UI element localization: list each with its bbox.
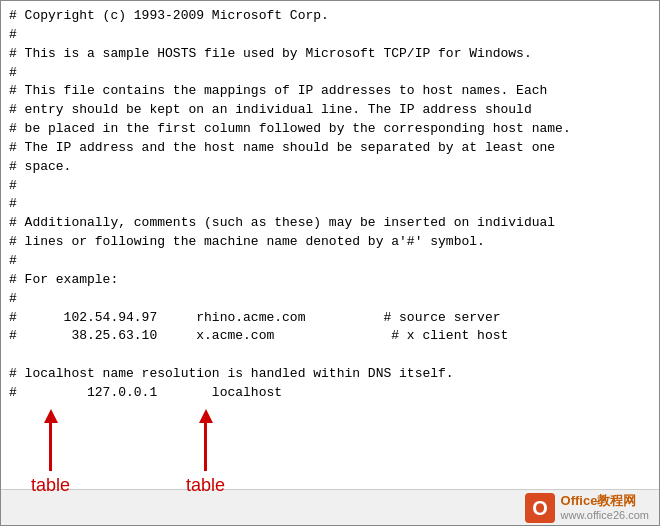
arrow-shaft-left [49,423,52,471]
code-content: # Copyright (c) 1993-2009 Microsoft Corp… [9,7,651,405]
office-text-block: Office教程网 www.office26.com [561,493,649,522]
arrow-group-right: table [186,409,225,496]
office-icon: O [525,493,555,523]
office-site-url: www.office26.com [561,509,649,522]
arrow-label-left: table [31,475,70,496]
code-display: # Copyright (c) 1993-2009 Microsoft Corp… [1,1,659,405]
main-window: # Copyright (c) 1993-2009 Microsoft Corp… [0,0,660,526]
office-site-name: Office教程网 [561,493,649,509]
arrow-head-right [199,409,213,423]
office-branding: O Office教程网 www.office26.com [525,493,649,523]
bottom-bar: O Office教程网 www.office26.com [1,489,659,525]
arrow-shaft-right [204,423,207,471]
arrow-section: table table [1,409,659,489]
arrow-label-right: table [186,475,225,496]
svg-text:O: O [532,497,548,519]
arrow-group-left: table [31,409,70,496]
arrow-head-left [44,409,58,423]
